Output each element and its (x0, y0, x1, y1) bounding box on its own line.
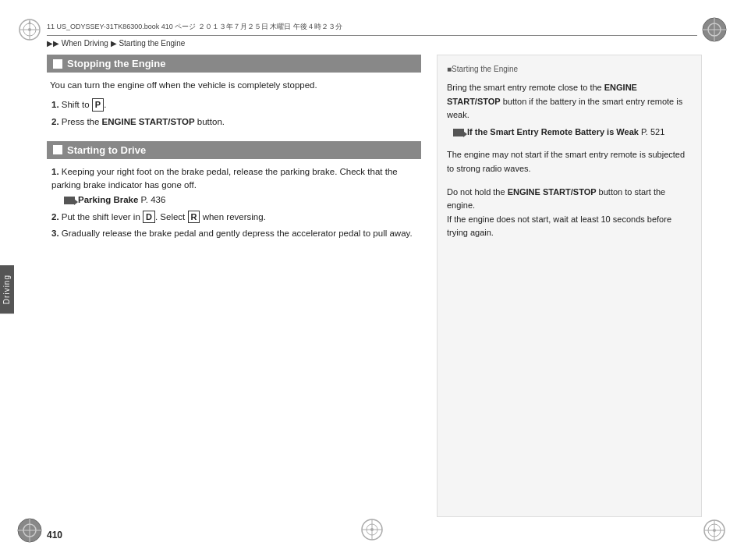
breadcrumb: ▶▶ When Driving ▶ Starting the Engine (47, 39, 185, 48)
file-info: 11 US_ODYSSEY-31TK86300.book 410 ページ ２０１… (47, 22, 342, 32)
corner-decoration-br (700, 516, 728, 544)
section-body-stopping: You can turn the engine off when the veh… (47, 79, 421, 129)
ref-icon-parking (64, 197, 75, 204)
right-para-1: Bring the smart entry remote close to th… (447, 81, 692, 139)
driving-step-1: 1. Keeping your right foot on the brake … (50, 165, 418, 207)
engine-start-stop-bold-1: ENGINE START/STOP (102, 117, 195, 126)
right-para-3: Do not hold the ENGINE START/STOP button… (447, 186, 692, 240)
svg-marker-5 (28, 20, 31, 24)
section-header-driving: Starting to Drive (47, 141, 421, 159)
right-section-title: ■Starting the Engine (447, 63, 692, 75)
section-icon-stopping (53, 59, 62, 69)
content-right: ■Starting the Engine Bring the smart ent… (437, 55, 702, 517)
section-body-driving: 1. Keeping your right foot on the brake … (47, 165, 421, 240)
corner-decoration-tl (16, 16, 44, 44)
section-title-stopping: Stopping the Engine (67, 58, 165, 69)
top-meta-bar: 11 US_ODYSSEY-31TK86300.book 410 ページ ２０１… (47, 22, 697, 36)
bottom-compass (360, 517, 384, 544)
parking-brake-ref: Parking Brake P. 436 (64, 193, 418, 207)
page: 11 US_ODYSSEY-31TK86300.book 410 ページ ２０１… (0, 0, 744, 560)
driving-step-2: 2. Put the shift lever in D. Select R wh… (50, 211, 418, 224)
driving-step-3: 3. Gradually release the brake pedal and… (50, 227, 418, 240)
breadcrumb-segment2: Starting the Engine (119, 39, 185, 48)
svg-point-18 (713, 529, 716, 532)
svg-point-23 (370, 528, 374, 531)
stopping-step-1: 1. Shift to P. (50, 98, 418, 112)
side-tab-driving: Driving (0, 265, 14, 314)
smart-entry-ref: If the Smart Entry Remote Battery is Wea… (453, 126, 692, 140)
engine-start-stop-bold-3: ENGINE START/STOP (508, 187, 597, 197)
ref-icon-smart (453, 129, 464, 136)
stopping-step-2: 2. Press the ENGINE START/STOP button. (50, 115, 418, 129)
section-icon-driving (53, 145, 62, 154)
page-number: 410 (47, 530, 62, 541)
breadcrumb-arrow2: ▶ (111, 39, 117, 48)
d-box: D (143, 211, 155, 223)
parking-brake-label: Parking Brake P. 436 (78, 193, 165, 207)
p-box: P (92, 98, 104, 111)
svg-point-4 (28, 28, 31, 31)
breadcrumb-segment1: When Driving (62, 39, 108, 48)
stopping-intro: You can turn the engine off when the veh… (50, 79, 418, 92)
corner-decoration-bl (16, 516, 44, 544)
section-title-driving: Starting to Drive (67, 144, 146, 156)
corner-decoration-tr (700, 16, 728, 44)
content-left: Stopping the Engine You can turn the eng… (47, 55, 421, 517)
side-tab-label: Driving (2, 275, 11, 304)
smart-entry-ref-label: If the Smart Entry Remote Battery is Wea… (467, 126, 664, 140)
right-para-2: The engine may not start if the smart en… (447, 148, 692, 175)
section-header-stopping: Stopping the Engine (47, 55, 421, 73)
r-box: R (188, 211, 200, 223)
engine-start-stop-bold-2: ENGINE START/STOP (447, 83, 637, 106)
breadcrumb-arrow1: ▶▶ (47, 39, 59, 48)
